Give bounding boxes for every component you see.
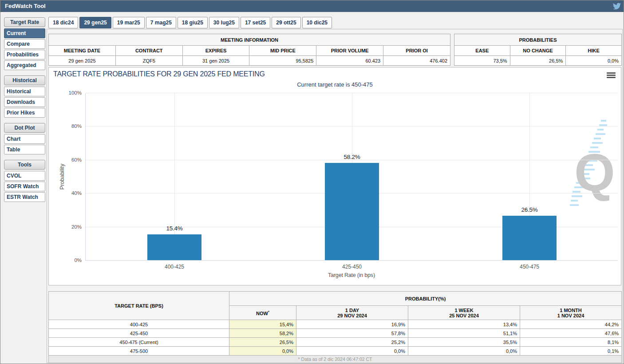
cell-rate: 400-425 bbox=[49, 320, 229, 329]
meeting-information-title: MEETING INFORMATION bbox=[49, 34, 450, 46]
y-tick-label: 40% bbox=[49, 190, 82, 196]
sidebar-section-target-rate: Target RateCurrentCompareProbabilitiesAg… bbox=[4, 17, 45, 70]
cell-now: 0,0% bbox=[229, 347, 296, 356]
cell-week: 13,4% bbox=[408, 320, 520, 329]
app-header-bar: FedWatch Tool bbox=[0, 0, 624, 12]
tab-30-lug25[interactable]: 30 lug25 bbox=[209, 17, 239, 28]
table-row-400-425: 400-42515,4%16,9%13,4%44,2% bbox=[49, 320, 622, 329]
bar-450-475 bbox=[502, 216, 557, 260]
y-tick-label: 80% bbox=[49, 123, 82, 129]
cell-now: 58,2% bbox=[229, 329, 296, 338]
sidebar-item-estr-watch[interactable]: ESTR Watch bbox=[4, 192, 45, 202]
sidebar-section-header-historical: Historical bbox=[4, 75, 45, 85]
sidebar-item-sofr-watch[interactable]: SOFR Watch bbox=[4, 182, 45, 191]
value-ease: 73,5% bbox=[454, 56, 510, 66]
cell-now: 26,5% bbox=[229, 338, 296, 347]
column-header-contract: CONTRACT bbox=[115, 46, 182, 56]
sidebar-section-header-target-rate: Target Rate bbox=[4, 17, 45, 27]
sidebar-section-header-tools: Tools bbox=[4, 160, 45, 170]
tab-19-mar25[interactable]: 19 mar25 bbox=[113, 17, 145, 28]
tab-18-giu25[interactable]: 18 giu25 bbox=[178, 17, 208, 28]
table-row-425-450: 425-45058,2%57,8%51,1%47,6% bbox=[49, 329, 622, 338]
value-prior-volume: 60.423 bbox=[316, 56, 383, 66]
column-header-1-month: 1 MONTH1 NOV 2024 bbox=[520, 306, 622, 320]
x-category-label: 425-450 bbox=[316, 264, 387, 270]
value-mid-price: 95,5825 bbox=[249, 56, 316, 66]
chart-subtitle: Current target rate is 450-475 bbox=[49, 81, 621, 88]
cell-day: 57,8% bbox=[296, 329, 408, 338]
column-header-ease: EASE bbox=[454, 46, 510, 56]
cell-rate: 450-475 (Current) bbox=[49, 338, 229, 347]
bar-425-450 bbox=[325, 163, 379, 260]
target-rate-column-header: TARGET RATE (BPS) bbox=[49, 292, 229, 320]
sidebar-section-historical: HistoricalHistoricalDownloadsPrior Hikes bbox=[4, 75, 45, 118]
tab-17-set25[interactable]: 17 set25 bbox=[241, 17, 270, 28]
sidebar-section-tools: ToolsCVOLSOFR WatchESTR Watch bbox=[4, 160, 45, 202]
cell-week: 35,5% bbox=[408, 338, 520, 347]
column-header-no-change: NO CHANGE bbox=[510, 46, 566, 56]
sidebar-section-dot-plot: Dot PlotChartTable bbox=[4, 123, 45, 154]
column-header-hike: HIKE bbox=[566, 46, 622, 56]
chart-context-menu-icon[interactable] bbox=[607, 72, 616, 79]
tab-29-ott25[interactable]: 29 ott25 bbox=[272, 17, 300, 28]
sidebar-item-prior-hikes[interactable]: Prior Hikes bbox=[4, 108, 45, 118]
column-header-prior-volume: PRIOR VOLUME bbox=[316, 46, 383, 56]
bar-value-label: 58.2% bbox=[316, 154, 387, 160]
sidebar-section-header-dot-plot: Dot Plot bbox=[4, 123, 45, 133]
twitter-icon[interactable] bbox=[613, 2, 621, 10]
cell-rate: 475-500 bbox=[49, 347, 229, 356]
sidebar-item-probabilities[interactable]: Probabilities bbox=[4, 50, 45, 59]
column-header-mid-price: MID PRICE bbox=[249, 46, 316, 56]
tab-18-dic24[interactable]: 18 dic24 bbox=[48, 17, 78, 28]
column-header-now: NOW* bbox=[229, 306, 296, 320]
tab-29-gen25[interactable]: 29 gen25 bbox=[79, 17, 111, 28]
sidebar-item-compare[interactable]: Compare bbox=[4, 39, 45, 49]
y-tick-label: 0% bbox=[49, 257, 82, 263]
cell-week: 0,0% bbox=[408, 347, 520, 356]
cell-day: 0,0% bbox=[296, 347, 408, 356]
sidebar-item-table[interactable]: Table bbox=[4, 145, 45, 154]
bar-value-label: 15.4% bbox=[139, 225, 210, 232]
probabilities-summary-title: PROBABILITIES bbox=[454, 34, 622, 46]
y-axis-title: Probability bbox=[59, 164, 65, 190]
sidebar-item-current[interactable]: Current bbox=[4, 28, 45, 38]
target-rate-probability-chart: TARGET RATE PROBABILITIES FOR 29 GEN 202… bbox=[48, 67, 621, 285]
chart-plot-area: Q 15.4%400-42558.2%425-45026.5%450-475 bbox=[85, 93, 618, 261]
x-category-label: 400-425 bbox=[139, 264, 210, 270]
value-hike: 0,0% bbox=[566, 56, 622, 66]
y-tick-label: 60% bbox=[49, 157, 82, 162]
cell-month: 44,2% bbox=[520, 320, 622, 329]
data-as-of-footnote: * Data as of 2 dic 2024 06:47:02 CT bbox=[49, 356, 622, 363]
bar-value-label: 26.5% bbox=[494, 206, 565, 213]
sidebar-item-historical[interactable]: Historical bbox=[4, 87, 45, 96]
meeting-information-table: MEETING INFORMATION MEETING DATECONTRACT… bbox=[48, 34, 450, 66]
cell-now: 15,4% bbox=[229, 320, 296, 329]
column-header-1-day: 1 DAY29 NOV 2024 bbox=[296, 306, 408, 320]
cell-week: 51,1% bbox=[408, 329, 520, 338]
cell-month: 8,1% bbox=[520, 338, 622, 347]
value-no-change: 26,5% bbox=[510, 56, 566, 66]
tab-7-mag25[interactable]: 7 mag25 bbox=[146, 17, 176, 28]
cell-rate: 425-450 bbox=[49, 329, 229, 338]
probability-history-table: TARGET RATE (BPS) PROBABILITY(%) NOW*1 D… bbox=[48, 291, 622, 363]
chart-title: TARGET RATE PROBABILITIES FOR 29 GEN 202… bbox=[53, 70, 265, 78]
x-axis-title: Target Rate (in bps) bbox=[85, 272, 618, 278]
y-axis-tick-labels: 0%20%40%60%80%100% bbox=[49, 93, 82, 261]
sidebar-item-cvol[interactable]: CVOL bbox=[4, 171, 45, 181]
tab-10-dic25[interactable]: 10 dic25 bbox=[302, 17, 332, 28]
cell-day: 16,9% bbox=[296, 320, 408, 329]
sidebar-item-downloads[interactable]: Downloads bbox=[4, 97, 45, 107]
sidebar-navigation: Target RateCurrentCompareProbabilitiesAg… bbox=[4, 17, 45, 203]
sidebar-item-aggregated[interactable]: Aggregated bbox=[4, 60, 45, 70]
value-expires: 31 gen 2025 bbox=[182, 56, 249, 66]
x-category-label: 450-475 bbox=[494, 264, 565, 270]
sidebar-item-chart[interactable]: Chart bbox=[4, 134, 45, 144]
column-header-meeting-date: MEETING DATE bbox=[49, 46, 116, 56]
cell-month: 47,6% bbox=[520, 329, 622, 338]
y-tick-label: 100% bbox=[49, 90, 82, 95]
app-title: FedWatch Tool bbox=[0, 0, 46, 12]
fedwatch-tool-app: FedWatch Tool 18 dic2429 gen2519 mar257 … bbox=[0, 0, 624, 364]
meeting-date-tabs: 18 dic2429 gen2519 mar257 mag2518 giu253… bbox=[48, 17, 332, 28]
value-contract: ZQF5 bbox=[115, 56, 182, 66]
table-row-450-475-current: 450-475 (Current)26,5%25,2%35,5%8,1% bbox=[49, 338, 622, 347]
